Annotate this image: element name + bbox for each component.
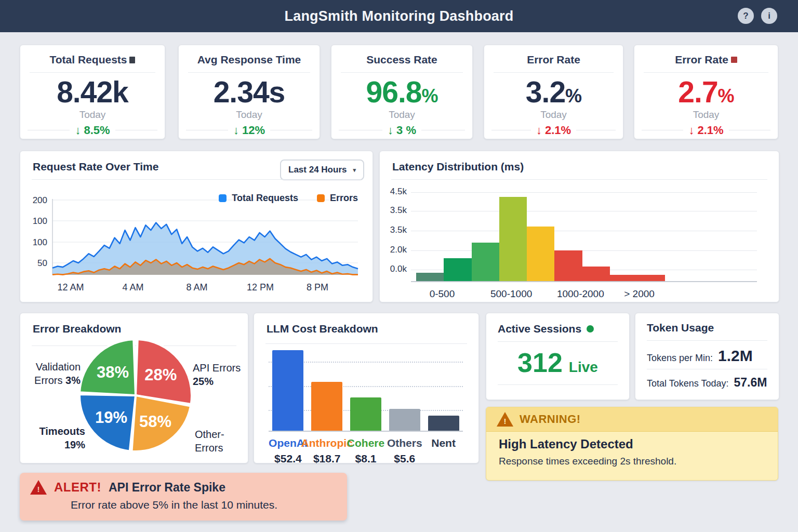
chart-legend: Total Requests Errors <box>219 193 358 204</box>
kpi-title: Error Rate <box>484 54 623 66</box>
active-sessions-panel: Active Sessions 312Live <box>486 313 630 400</box>
kpi-value: 96.8% <box>331 77 472 108</box>
kpi-delta: ↓ 12% <box>228 124 270 137</box>
divider <box>188 72 310 73</box>
kpi-title-text: Avg Response Time <box>197 54 301 66</box>
llm-category-label: Anthropic <box>301 437 353 449</box>
live-indicator-dot-icon <box>587 325 594 332</box>
llm-value-label: $5.6 <box>394 453 415 465</box>
warning-badge: WARNING! <box>520 413 581 426</box>
kpi-value-suffix: % <box>718 85 734 107</box>
llm-cost-bar <box>350 397 381 431</box>
latency-bar <box>527 227 554 281</box>
alert-badge: ALERT! <box>54 480 101 495</box>
error-breakdown-title: Error Breakdown <box>33 323 121 335</box>
divider <box>30 72 155 73</box>
gridline <box>411 231 757 231</box>
divider <box>644 72 768 73</box>
llm-cost-bar <box>428 416 459 431</box>
active-sessions-title-row: Active Sessions <box>486 313 629 335</box>
kpi-value: 2.34s <box>179 77 320 108</box>
llm-category-label: Others <box>387 437 422 449</box>
latency-bar <box>554 250 582 281</box>
divider <box>498 341 618 342</box>
help-icon: ? <box>743 11 748 21</box>
pie-slice-percent: 19% <box>95 408 127 427</box>
warning-header-strip: ! WARNING! <box>486 407 778 432</box>
kpi-value-main: 2.34s <box>214 75 285 109</box>
kpi-value: 2.7% <box>634 77 778 108</box>
kpi-value-suffix: % <box>565 85 581 107</box>
llm-value-label: $8.1 <box>355 453 377 465</box>
alert-title: API Error Rate Spike <box>109 481 225 495</box>
tokens-per-min-value: 1.2M <box>718 347 753 365</box>
help-button[interactable]: ? <box>738 8 754 24</box>
x-tick-label: 4 AM <box>122 282 143 292</box>
kpi-delta-row: ↓ 12% <box>186 124 312 137</box>
x-tick-label: 8 AM <box>186 282 207 292</box>
token-usage-panel: Token Usage Tokens per Min: 1.2M Total T… <box>635 313 779 400</box>
kpi-period: Today <box>484 109 623 121</box>
kpi-title: Success Rate <box>331 54 472 66</box>
kpi-value-main: 3.2 <box>526 75 565 109</box>
kpi-title-text: Error Rate <box>675 54 728 66</box>
y-tick-label: 2.0k <box>384 245 407 255</box>
gridline <box>411 211 757 211</box>
time-range-dropdown[interactable]: Last 24 Hours ▾ <box>280 159 364 180</box>
llm-value-label: $52.4 <box>274 453 302 465</box>
kpi-title-text: Success Rate <box>366 54 437 66</box>
request-rate-panel: Request Rate Over Time Last 24 Hours ▾ T… <box>20 151 373 302</box>
legend-label: Total Requests <box>232 193 298 203</box>
tokens-per-min-row: Tokens per Min: 1.2M <box>635 341 779 365</box>
y-tick-label: 50 <box>37 258 47 268</box>
kpi-value-main: 8.42k <box>57 75 128 109</box>
kpi-title-text: Total Requests <box>50 54 127 66</box>
active-sessions-value: 312Live <box>486 347 629 378</box>
header-buttons: ? i <box>738 8 777 24</box>
kpi-card-avg-response-time: Avg Response Time 2.34s Today ↓ 12% <box>178 45 320 139</box>
llm-category-label: Nent <box>431 437 456 449</box>
pie-label-other-errors: Other-Errors <box>195 428 247 455</box>
alert-message: Error rate above 5% in the last 10 minut… <box>71 499 337 511</box>
y-tick-label: 200 <box>33 195 47 205</box>
info-button[interactable]: i <box>761 8 777 24</box>
llm-category-label: Cohere <box>347 437 384 449</box>
divider <box>498 384 618 385</box>
latency-bar <box>582 267 610 281</box>
kpi-card-error-rate-2: Error Rate 2.7% Today ↓ 2.1% <box>634 45 778 139</box>
kpi-delta-row: ↓ 2.1% <box>642 124 770 137</box>
llm-cost-chart: OpenAI$52.4Anthropic$18.7Cohere$8.1Other… <box>254 313 478 463</box>
x-tick-label: 0-500 <box>430 288 455 300</box>
warning-title: High Latency Detected <box>499 437 778 451</box>
pie-label-timeouts: Timeouts 19% <box>31 424 85 451</box>
tokens-per-min-label: Tokens per Min: <box>647 353 713 364</box>
request-rate-chart: 2001001005012 AM4 AM8 AM12 PM8 PM <box>31 193 363 297</box>
kpi-value: 3.2% <box>484 77 623 108</box>
red-glyph-icon <box>731 57 737 63</box>
warning-message: Response times exceeding 2s threshold. <box>499 456 778 467</box>
kpi-delta: ↓ 2.1% <box>683 124 728 137</box>
x-tick-label: 12 PM <box>247 282 274 292</box>
llm-cost-bar <box>389 409 420 431</box>
page-title: LangSmith Monitoring Dashboard <box>285 8 514 24</box>
total-tokens-label: Total Tokens Today: <box>647 378 728 389</box>
alert-banner: ! ALERT! API Error Rate Spike Error rate… <box>20 473 347 521</box>
kpi-value-main: 2.7 <box>678 75 717 109</box>
info-icon: i <box>768 11 770 21</box>
y-tick-label: 4.5k <box>384 187 407 197</box>
legend-marker-blue-icon <box>219 194 227 202</box>
alert-header-row: ! ALERT! API Error Rate Spike <box>30 480 337 495</box>
kpi-delta-row: ↓ 3 % <box>339 124 465 137</box>
llm-cost-panel: LLM Cost Breakdown OpenAI$52.4Anthropic$… <box>254 313 479 463</box>
dark-square-icon <box>129 57 135 63</box>
time-range-value: Last 24 Hours <box>288 165 347 175</box>
kpi-delta-row: ↓ 2.1% <box>491 124 616 137</box>
kpi-card-total-requests: Total Requests 8.42k Today ↓ 8.5% <box>20 45 165 139</box>
kpi-card-success-rate: Success Rate 96.8% Today ↓ 3 % <box>331 45 473 139</box>
active-sessions-count: 312 <box>517 348 563 378</box>
error-breakdown-panel: Error Breakdown 28%58%19%38% Validation … <box>20 313 248 463</box>
legend-item-errors: Errors <box>317 193 358 204</box>
legend-item-total-requests: Total Requests <box>219 193 298 204</box>
latency-panel: Latency Distribution (ms) 4.5k3.5k3.5k2.… <box>379 151 779 302</box>
live-label: Live <box>569 359 598 375</box>
